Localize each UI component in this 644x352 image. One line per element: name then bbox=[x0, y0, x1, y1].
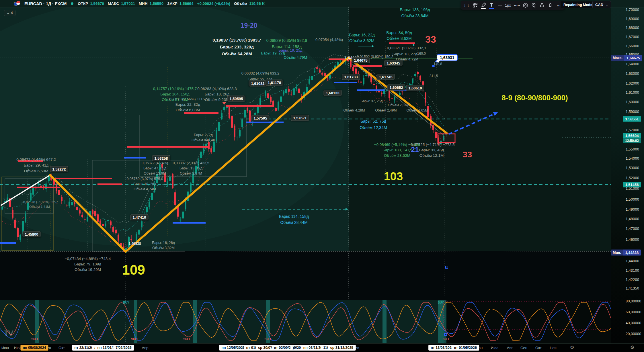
chart-annotation[interactable]: BUY bbox=[438, 301, 444, 304]
price-label-badge[interactable]: 1,47410 bbox=[130, 214, 149, 220]
price-tick: 1,41350 bbox=[626, 286, 639, 290]
chart-annotation[interactable]: 19-20 bbox=[241, 22, 257, 29]
chart-annotation[interactable]: 0,19837 (13,70%) 1983,7Бары: 233, 329дОб… bbox=[212, 37, 261, 57]
chart-settings-icon[interactable]: ⚙ bbox=[630, 345, 634, 350]
date-range-tag[interactable]: пн 05/08/2024 bbox=[20, 345, 48, 351]
chart-annotation[interactable]: Объём 2,49М bbox=[375, 108, 397, 112]
selection-handle[interactable] bbox=[445, 266, 448, 269]
chart-annotation[interactable]: −0,07434 (−4,88%) −743,4Бары: 79, 109дОб… bbox=[65, 256, 111, 272]
chart-annotation[interactable]: Бары: 18, 27д bbox=[393, 52, 417, 56]
trading-chart-app: EURCAD · 1Д · FXCM ОТКР 1,56670 МАКС 1,5… bbox=[0, 0, 644, 352]
chart-annotation[interactable]: 160,0 bbox=[417, 52, 426, 56]
chart-annotation[interactable]: Объём 4,79М bbox=[284, 55, 307, 60]
price-level-label[interactable]: 1,58561 bbox=[623, 116, 641, 122]
chart-annotation[interactable]: Объём 4,28М bbox=[344, 108, 365, 112]
chart-annotation[interactable]: Бары: 2, 2дОбъём 840,4К bbox=[192, 132, 215, 143]
date-range-tag[interactable]: пн 12/05/2025 bbox=[219, 345, 247, 351]
chart-annotation[interactable]: Объём 1,65М bbox=[407, 108, 428, 112]
price-label-badge[interactable]: 1,61745 bbox=[377, 74, 395, 80]
price-label-badge[interactable]: 1,60652 bbox=[387, 85, 405, 91]
template-icon[interactable] bbox=[522, 1, 529, 9]
price-label-badge[interactable]: 1,45800 bbox=[23, 231, 41, 237]
chart-annotation[interactable]: BUY bbox=[123, 301, 129, 304]
callout-anchor-dot[interactable] bbox=[432, 65, 435, 67]
price-tick: 1,57000 bbox=[626, 128, 639, 132]
chart-annotation[interactable]: Бары: 34, 50дОбъём 8,62М bbox=[386, 30, 412, 41]
chart-annotation[interactable]: Бары: 138, 196дОбъём 28,64М bbox=[400, 7, 430, 19]
chart-annotation[interactable]: −311,5 bbox=[428, 74, 438, 78]
chart-annotation[interactable]: 0,07054 (4,48%) bbox=[315, 38, 343, 42]
price-label-badge[interactable]: 1,61733 bbox=[342, 74, 360, 80]
marker-icon[interactable] bbox=[222, 102, 226, 105]
price-label-badge[interactable]: 1,60133 bbox=[324, 90, 342, 96]
selection-handle[interactable] bbox=[444, 333, 447, 336]
chart-annotation[interactable]: Бары: 37, 25д bbox=[361, 99, 383, 103]
chart-annotation[interactable]: SELL bbox=[31, 338, 39, 341]
object-tree-icon[interactable] bbox=[471, 1, 479, 9]
line-width-icon[interactable] bbox=[496, 1, 504, 9]
time-axis-month: Июл bbox=[491, 346, 498, 350]
date-range-tag[interactable]: пт 01/05/2026 bbox=[452, 345, 479, 351]
tradingview-logo[interactable]: TV bbox=[4, 329, 13, 338]
price-tick: 1,60000 bbox=[626, 100, 639, 104]
delete-icon[interactable] bbox=[547, 1, 554, 9]
price-label-badge[interactable]: 1,61082 bbox=[249, 81, 267, 87]
chart-annotation[interactable]: SELL bbox=[442, 338, 450, 341]
price-level-label[interactable]: 1,51456 bbox=[623, 182, 641, 187]
chart-annotation[interactable]: 21 bbox=[411, 146, 419, 154]
price-label-badge[interactable]: 1,64675 bbox=[352, 57, 370, 63]
chart-annotation[interactable]: 103 bbox=[384, 170, 403, 183]
price-tick: 1,67000 bbox=[626, 35, 639, 39]
price-label-badge[interactable]: 1,52272 bbox=[50, 166, 68, 172]
chart-annotation[interactable]: 0,06872 (4,74%)Бары: 47, 65дОбъём 13,9М bbox=[142, 161, 168, 176]
line-style-icon[interactable]: ••••• bbox=[513, 1, 521, 9]
indicators-count: 4 bbox=[11, 11, 13, 15]
price-label-badge[interactable]: 1,57621 bbox=[291, 115, 309, 121]
chart-annotation[interactable]: 33 bbox=[463, 150, 472, 159]
time-axis[interactable]: ИюнИюлСенОктНоарАпрюнФевИюнИюлАвгСенОктН… bbox=[0, 343, 644, 352]
lock-icon[interactable] bbox=[538, 1, 546, 9]
date-range-tag[interactable]: 7/02/2025 bbox=[113, 345, 134, 351]
price-label-badge[interactable]: 1,63345 bbox=[385, 60, 403, 66]
chart-annotation[interactable]: SELL bbox=[131, 338, 138, 341]
chart-annotation[interactable]: Бары: 16, 26дОбъём 3,82М bbox=[152, 240, 175, 251]
time-axis-month: Авг bbox=[507, 346, 513, 350]
chart-annotation[interactable]: Бары: 16, 22дОбъём 3,62М bbox=[349, 32, 375, 44]
chart-annotation[interactable]: Бары: 114, 158дОбъём 28,44М bbox=[279, 214, 309, 226]
chart-annotation[interactable]: −0,02578 (−1,69%) −257Объём 1,41М bbox=[21, 200, 58, 209]
price-label-badge[interactable]: 1,59595 bbox=[227, 96, 245, 102]
text-tool-icon[interactable]: T bbox=[488, 1, 495, 9]
price-label-badge[interactable]: 1,53258 bbox=[152, 155, 170, 161]
time-axis-settings-icon[interactable]: ⚙ bbox=[570, 345, 574, 350]
selected-price-callout[interactable]: 1,63931 bbox=[437, 54, 458, 61]
chart-annotation[interactable]: 0,03321 (2,07%) 332,1 bbox=[387, 46, 426, 50]
currency-selector[interactable]: CAD ⌄ bbox=[592, 1, 611, 8]
price-extreme-label[interactable]: Макс.1,64675 bbox=[611, 55, 642, 61]
chart-annotation[interactable]: 0,11151 (7,56%) 1115,1Бары: 22, 32дОбъём… bbox=[168, 96, 208, 113]
line-width-value[interactable]: 1px bbox=[505, 3, 511, 7]
chart-annotation[interactable]: Объём 2,69М bbox=[388, 103, 409, 107]
price-label-badge[interactable]: 1,57595 bbox=[251, 115, 270, 121]
chart-annotation[interactable]: 0,05750 (3,97%) 575,0Бары: 18, 26дОбъём … bbox=[126, 176, 163, 192]
chart-annotation[interactable]: Бары: 19, 27д bbox=[261, 51, 285, 55]
chart-annotation[interactable]: 33 bbox=[425, 34, 436, 45]
chart-annotation[interactable]: Бары: 52, 75дОбъём 12,34М bbox=[360, 118, 387, 131]
chart-annotation[interactable]: 0,03387 (2,33%) 433,5Бары: 13, 19дОбъём … bbox=[173, 161, 209, 176]
price-label-badge[interactable]: 1,61178 bbox=[266, 80, 283, 86]
chart-annotation[interactable]: 109 bbox=[122, 262, 145, 278]
current-price-label[interactable]: 1,5669412:50:02 bbox=[623, 133, 641, 143]
price-label-badge[interactable]: 1,60610 bbox=[406, 85, 424, 91]
indicators-collapse-chip[interactable]: ⌄ 4 bbox=[4, 10, 15, 16]
price-chart-canvas[interactable] bbox=[0, 0, 644, 352]
chart-annotation[interactable]: SELL bbox=[264, 338, 272, 341]
pencil-tool-icon[interactable] bbox=[479, 1, 487, 9]
price-tick: 1,47000 bbox=[626, 226, 639, 231]
symbol-title[interactable]: EURCAD · 1Д · FXCM bbox=[24, 1, 67, 6]
drag-handle[interactable]: ⋮⋮ bbox=[463, 1, 471, 9]
price-extreme-label[interactable]: Мин.1,44838 bbox=[611, 250, 641, 256]
chart-annotation[interactable]: 1,45838 bbox=[128, 242, 141, 246]
chart-annotation[interactable]: 8-9 (80-90/800-900) bbox=[501, 93, 568, 102]
chart-annotation[interactable]: SELL bbox=[183, 338, 191, 341]
alert-add-icon[interactable] bbox=[530, 1, 538, 9]
date-range-tag[interactable]: ср 31/12/2025 bbox=[328, 345, 356, 351]
